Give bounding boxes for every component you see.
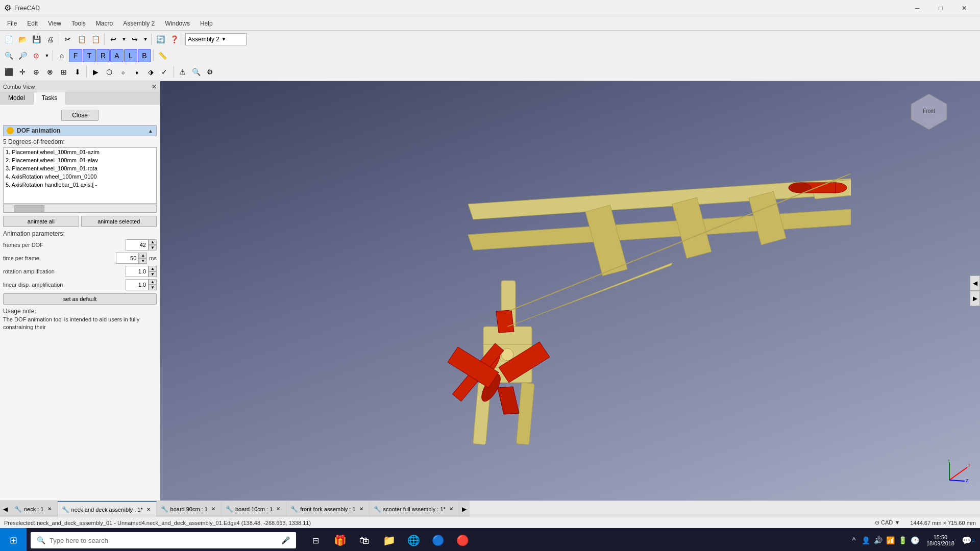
rotation-amplification-spinner[interactable]: ▲ ▼ <box>149 266 157 277</box>
cut-button[interactable]: ✂ <box>61 33 75 46</box>
menu-assembly2[interactable]: Assembly 2 <box>118 18 160 29</box>
zoom-in-button[interactable]: 🔎 <box>16 49 29 62</box>
save-file-button[interactable]: 💾 <box>30 33 43 46</box>
spin-down-icon[interactable]: ▼ <box>149 271 157 277</box>
nav-right-button[interactable]: ▶ <box>970 291 980 306</box>
assembly-3d-button[interactable]: ⬡ <box>103 65 116 79</box>
menu-help[interactable]: Help <box>195 18 218 29</box>
zoom-fit-button[interactable]: 🔍 <box>2 49 15 62</box>
menu-view[interactable]: View <box>43 18 66 29</box>
tray-battery-icon[interactable]: 🔋 <box>898 528 908 551</box>
undo-dropdown-button[interactable]: ▼ <box>120 33 128 46</box>
print-button[interactable]: 🖨 <box>43 33 57 46</box>
animate-all-button[interactable]: animate all <box>3 216 79 227</box>
redo-button[interactable]: ↪ <box>128 33 141 46</box>
assembly2-dropdown[interactable]: Assembly 2 ▼ <box>185 33 247 45</box>
linear-disp-amplification-input[interactable] <box>126 279 149 290</box>
taskview-button[interactable]: ⊟ <box>304 528 327 551</box>
menu-file[interactable]: File <box>2 18 22 29</box>
tray-speaker-icon[interactable]: 🔊 <box>873 528 884 551</box>
rotation-amplification-input[interactable] <box>126 266 149 277</box>
tab-board-10cm[interactable]: 🔧 board 10cm : 1 ✕ <box>222 501 286 517</box>
tray-wifi-icon[interactable]: 📶 <box>886 528 896 551</box>
tray-clock-icon[interactable]: 🕐 <box>910 528 920 551</box>
menu-edit[interactable]: Edit <box>22 18 43 29</box>
list-item[interactable]: 4. AxisRotation wheel_100mm_0100 <box>4 172 156 181</box>
linear-disp-amplification-spinner[interactable]: ▲ ▼ <box>149 279 157 290</box>
assembly-insert-button[interactable]: ⬛ <box>2 65 15 79</box>
assembly-constraint-button[interactable]: ⊕ <box>30 65 43 79</box>
taskbar-app-folder[interactable]: 📁 <box>378 528 400 551</box>
assembly-extra-button[interactable]: ⚙ <box>203 65 216 79</box>
top-view-button[interactable]: T <box>83 49 96 62</box>
menu-macro[interactable]: Macro <box>91 18 118 29</box>
combo-view-close-icon[interactable]: ✕ <box>152 83 157 90</box>
frames-per-dof-input[interactable] <box>126 239 149 251</box>
time-per-frame-input[interactable] <box>116 253 139 264</box>
tab-scroll-left-button[interactable]: ◀ <box>0 501 10 517</box>
taskbar-app-store[interactable]: 🛍 <box>353 528 376 551</box>
render-dropdown[interactable]: ▼ <box>43 49 51 62</box>
measure-button[interactable]: 📏 <box>156 49 169 62</box>
tray-clock[interactable]: 15:50 18/09/2018 <box>922 528 959 551</box>
rear-view-button[interactable]: A <box>110 49 124 62</box>
tab-close-icon[interactable]: ✕ <box>358 506 365 513</box>
taskbar-app-edge[interactable]: 🌐 <box>402 528 425 551</box>
tab-scooter-full-assembly[interactable]: 🔧 scooter full assembly : 1* ✕ <box>370 501 459 517</box>
tab-neck[interactable]: 🔧 neck : 1 ✕ <box>10 501 58 517</box>
assembly-solve-button[interactable]: ⊗ <box>43 65 57 79</box>
notification-button[interactable]: 💬 2 <box>961 528 976 551</box>
assembly-warn-button[interactable]: ⚠ <box>176 65 189 79</box>
assembly-mux-btn1[interactable]: ⬦ <box>116 65 130 79</box>
tab-scroll-right-button[interactable]: ▶ <box>459 501 470 517</box>
taskbar-app-gift[interactable]: 🎁 <box>329 528 351 551</box>
viewport[interactable]: Front X Y Z ◀ ▶ <box>160 81 980 500</box>
copy-button[interactable]: 📋 <box>75 33 88 46</box>
assembly-explode-button[interactable]: ⊞ <box>57 65 70 79</box>
taskbar-search-box[interactable]: 🔍 🎤 <box>31 532 296 548</box>
time-per-frame-spinner[interactable]: ▲ ▼ <box>139 253 147 264</box>
right-view-button[interactable]: R <box>96 49 110 62</box>
tab-close-icon[interactable]: ✕ <box>46 506 53 513</box>
new-file-button[interactable]: 📄 <box>2 33 15 46</box>
list-item[interactable]: 2. Placement wheel_100mm_01-elav <box>4 156 156 164</box>
dof-list-scrollbar[interactable] <box>3 205 157 213</box>
navigation-cube[interactable]: Front <box>909 91 949 132</box>
front-view-button[interactable]: F <box>69 49 82 62</box>
tab-tasks[interactable]: Tasks <box>34 92 66 105</box>
start-button[interactable]: ⊞ <box>0 528 27 551</box>
paste-button[interactable]: 📋 <box>89 33 102 46</box>
tab-neck-deck-assembly[interactable]: 🔧 neck and deck assembly : 1* ✕ <box>58 501 157 517</box>
redo-dropdown-button[interactable]: ▼ <box>142 33 149 46</box>
set-as-default-button[interactable]: set as default <box>3 293 157 305</box>
tab-close-icon[interactable]: ✕ <box>210 506 217 513</box>
tab-close-icon[interactable]: ✕ <box>275 506 282 513</box>
refresh-button[interactable]: 🔄 <box>154 33 167 46</box>
assembly-check-button[interactable]: ✓ <box>158 65 171 79</box>
spin-up-icon[interactable]: ▲ <box>149 279 157 285</box>
menu-windows[interactable]: Windows <box>160 18 195 29</box>
home-view-button[interactable]: ⌂ <box>55 49 68 62</box>
assembly-move-button[interactable]: ✛ <box>16 65 29 79</box>
nav-left-button[interactable]: ◀ <box>970 276 980 291</box>
tab-close-icon[interactable]: ✕ <box>145 506 152 513</box>
render-button[interactable]: ⊙ <box>30 49 43 62</box>
spin-down-icon[interactable]: ▼ <box>139 258 147 264</box>
open-file-button[interactable]: 📂 <box>16 33 29 46</box>
assembly-ref-button[interactable]: ⬗ <box>144 65 157 79</box>
tab-close-icon[interactable]: ✕ <box>448 506 455 513</box>
list-item[interactable]: 5. AxisRotation handlebar_01 axis:[ - <box>4 181 156 189</box>
close-button[interactable]: ✕ <box>952 0 976 16</box>
list-item[interactable]: 1. Placement wheel_100mm_01-azim <box>4 148 156 156</box>
section-collapse-icon[interactable]: ▲ <box>148 128 153 134</box>
taskbar-app-freecad[interactable]: 🔴 <box>451 528 474 551</box>
left-view-button[interactable]: L <box>124 49 137 62</box>
taskbar-app-chrome[interactable]: 🔵 <box>427 528 449 551</box>
maximize-button[interactable]: □ <box>929 0 952 16</box>
spin-down-icon[interactable]: ▼ <box>149 245 157 251</box>
list-item[interactable]: 3. Placement wheel_100mm_01-rota <box>4 164 156 172</box>
dof-animation-section[interactable]: DOF animation ▲ <box>3 125 157 136</box>
tab-front-fork-assembly[interactable]: 🔧 front fork assembly : 1 ✕ <box>286 501 369 517</box>
bottom-view-button[interactable]: B <box>138 49 151 62</box>
spin-up-icon[interactable]: ▲ <box>149 266 157 271</box>
